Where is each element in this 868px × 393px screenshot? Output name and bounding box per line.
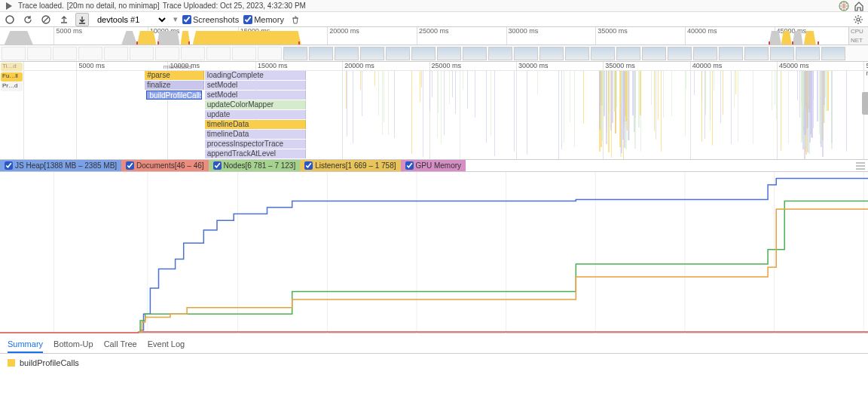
home-icon[interactable]: [853, 0, 865, 12]
screenshot-thumb[interactable]: [463, 47, 487, 60]
flame-chart[interactable]: Ti…d Fu…ll Pr…d 5000 ms10000 ms15000 ms2…: [0, 62, 868, 160]
gpu-chip[interactable]: GPU Memory: [401, 160, 466, 171]
screenshot-thumb[interactable]: [232, 47, 256, 60]
screenshot-thumb[interactable]: [668, 47, 692, 60]
flame-bar[interactable]: #parse: [145, 71, 203, 80]
globe-icon[interactable]: [838, 0, 850, 12]
gpu-checkbox[interactable]: [405, 161, 414, 170]
flame-bar[interactable]: processInspectorTrace: [205, 140, 306, 149]
screenshot-thumb[interactable]: [309, 47, 333, 60]
screenshot-thumb[interactable]: [642, 47, 666, 60]
marker: [769, 41, 770, 45]
flame-bar[interactable]: setModel: [205, 91, 306, 100]
track-label[interactable]: Ti…d: [1, 63, 23, 72]
screenshot-thumb[interactable]: [155, 47, 179, 60]
overview-block: [157, 31, 180, 45]
screenshots-checkbox[interactable]: [182, 15, 191, 24]
chevron-down-icon[interactable]: ▾: [173, 14, 178, 24]
screenshot-thumb[interactable]: [2, 47, 26, 60]
memory-checkbox[interactable]: [243, 15, 252, 24]
overview-minimap[interactable]: 5000 ms10000 ms15000 ms20000 ms25000 ms3…: [0, 27, 868, 45]
jsheap-chip[interactable]: JS Heap[1388 MB – 2385 MB]: [0, 160, 121, 171]
ruler-tick: 25000 ms: [429, 62, 462, 159]
screenshot-thumb[interactable]: [565, 47, 589, 60]
upload-icon[interactable]: [57, 13, 71, 26]
tab-bottom-up[interactable]: Bottom-Up: [53, 336, 93, 353]
screenshot-strip[interactable]: [0, 45, 868, 62]
screenshot-thumb[interactable]: [386, 47, 410, 60]
documents-checkbox[interactable]: [126, 161, 134, 170]
screenshot-thumb[interactable]: [616, 47, 640, 60]
svg-point-1: [6, 16, 14, 23]
memory-toggle[interactable]: Memory: [243, 15, 284, 24]
screenshot-thumb[interactable]: [181, 47, 205, 60]
flame-bar[interactable]: update: [205, 110, 306, 119]
clear-icon[interactable]: [39, 13, 53, 26]
screenshot-thumb[interactable]: [693, 47, 717, 60]
screenshot-thumb[interactable]: [360, 47, 384, 60]
screenshot-thumb[interactable]: [744, 47, 769, 60]
ruler-tick: 35000 ms: [595, 27, 628, 45]
flame-bar[interactable]: appendTrackAtLevel: [205, 149, 306, 158]
marker: [298, 41, 300, 45]
screenshot-thumb[interactable]: [488, 47, 512, 60]
screenshot-thumb[interactable]: [437, 47, 461, 60]
marker: [188, 41, 190, 45]
chart-series-listeners: [139, 209, 868, 332]
flame-bar[interactable]: buildProfileCalls: [146, 91, 202, 100]
screenshot-thumb[interactable]: [719, 47, 743, 60]
memory-chart[interactable]: [0, 172, 868, 333]
record-icon[interactable]: [3, 13, 17, 26]
ruler-tick: 25000 ms: [417, 27, 449, 45]
tab-call-tree[interactable]: Call Tree: [104, 336, 137, 353]
scroll-hint[interactable]: [862, 92, 868, 115]
play-icon[interactable]: [3, 0, 15, 12]
ruler-tick: 5000 ms: [76, 62, 105, 159]
ruler-tick: 5000 ms: [53, 27, 82, 45]
chart-series-nodes: [139, 201, 868, 332]
flame-bar[interactable]: loadingComplete: [205, 71, 306, 80]
screenshots-toggle[interactable]: Screenshots: [182, 15, 239, 24]
screenshot-thumb[interactable]: [514, 47, 538, 60]
screenshot-thumb[interactable]: [770, 47, 794, 60]
screenshot-thumb[interactable]: [335, 47, 359, 60]
screenshot-thumb[interactable]: [591, 47, 615, 60]
counters-menu-icon[interactable]: [853, 160, 868, 171]
screenshot-thumb[interactable]: [130, 47, 154, 60]
overview-block: [137, 31, 156, 45]
nodes-checkbox[interactable]: [213, 161, 222, 170]
reload-icon[interactable]: [21, 13, 35, 26]
flame-bar[interactable]: timelineData: [205, 130, 306, 139]
screenshot-thumb[interactable]: [104, 47, 128, 60]
overview-side-labels: CPU NET: [848, 27, 868, 45]
download-icon[interactable]: [75, 13, 89, 26]
screenshot-thumb[interactable]: [27, 47, 51, 60]
flame-bar[interactable]: setModel: [205, 81, 306, 90]
listeners-chip[interactable]: Listeners[1 669 – 1 758]: [300, 160, 400, 171]
screenshot-thumb[interactable]: [206, 47, 231, 60]
trash-icon[interactable]: [289, 13, 302, 26]
listeners-checkbox[interactable]: [304, 161, 313, 170]
flame-bar[interactable]: updateColorMapper: [205, 100, 306, 109]
screenshot-thumb[interactable]: [283, 47, 307, 60]
screenshot-thumb[interactable]: [539, 47, 564, 60]
jsheap-checkbox[interactable]: [5, 161, 13, 170]
gear-icon[interactable]: [851, 13, 865, 26]
screenshot-thumb[interactable]: [796, 47, 820, 60]
flame-bar[interactable]: timelineData: [205, 120, 306, 129]
tab-event-log[interactable]: Event Log: [148, 336, 185, 353]
screenshot-thumb[interactable]: [53, 47, 77, 60]
screenshot-thumb[interactable]: [258, 47, 282, 60]
context-selector[interactable]: devtools #1: [93, 13, 169, 26]
documents-chip[interactable]: Documents[46 – 46]: [121, 160, 209, 171]
screenshot-thumb[interactable]: [411, 47, 436, 60]
screenshot-thumb[interactable]: [821, 47, 845, 60]
track-label[interactable]: Pr…d: [1, 82, 23, 91]
chart-series-documents: [0, 332, 868, 333]
color-swatch: [8, 359, 15, 367]
nodes-chip[interactable]: Nodes[6 781 – 7 123]: [209, 160, 301, 171]
flame-bar[interactable]: finalize: [145, 81, 203, 90]
tab-summary[interactable]: Summary: [8, 336, 43, 353]
track-label[interactable]: Fu…ll: [1, 72, 23, 81]
screenshot-thumb[interactable]: [78, 47, 102, 60]
